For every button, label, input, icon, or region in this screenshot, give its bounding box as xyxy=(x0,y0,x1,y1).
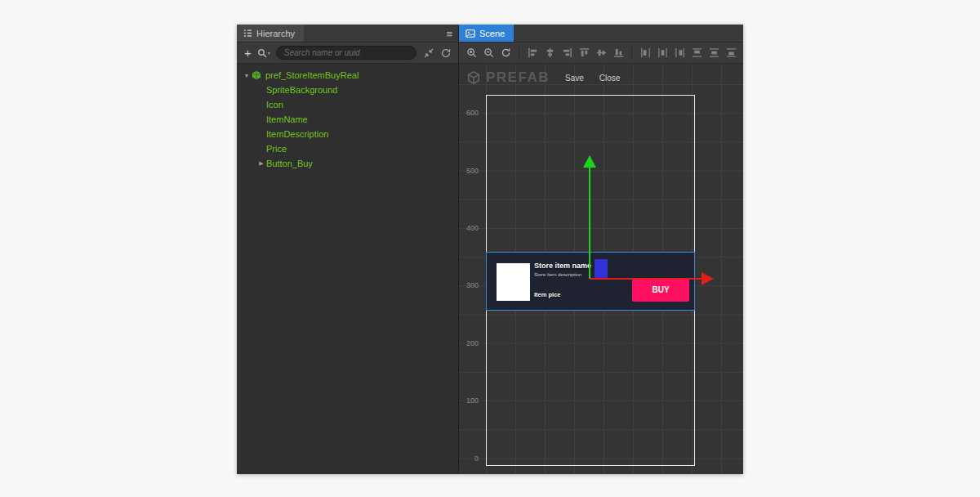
ruler-label: 400 xyxy=(461,224,479,232)
hierarchy-icon xyxy=(243,29,252,38)
scene-panel: Scene xyxy=(459,25,743,474)
hierarchy-header: Hierarchy ≡ xyxy=(237,25,458,43)
zoom-reset-icon[interactable] xyxy=(499,47,512,60)
expand-arrow-icon[interactable]: ▼ xyxy=(242,73,252,78)
toolbar-divider xyxy=(519,47,519,59)
tree-node-label: Button_Buy xyxy=(266,159,313,168)
image-icon xyxy=(466,29,475,38)
collapse-arrow-icon[interactable]: ▶ xyxy=(256,160,266,167)
hierarchy-toolbar: + ▾ xyxy=(237,43,458,64)
prefab-close-button[interactable]: Close xyxy=(599,74,621,83)
distribute-bottom-icon[interactable] xyxy=(724,47,737,60)
panel-menu-icon[interactable]: ≡ xyxy=(446,25,452,43)
create-node-button[interactable]: + xyxy=(243,47,253,59)
toolbar-divider xyxy=(631,47,632,59)
align-bottom-icon[interactable] xyxy=(612,47,625,60)
tab-scene[interactable]: Scene xyxy=(459,25,514,42)
tree-node-item-name[interactable]: ItemName xyxy=(237,112,458,127)
zoom-in-icon[interactable] xyxy=(465,47,478,60)
refresh-icon[interactable] xyxy=(439,47,452,60)
tree-node-button-buy[interactable]: ▶ Button_Buy xyxy=(237,156,458,171)
search-icon xyxy=(257,48,267,58)
scene-canvas[interactable]: 600 500 400 300 200 100 0 PREFAB Save Cl… xyxy=(459,64,743,474)
scene-tab-label: Scene xyxy=(479,29,505,38)
ruler-label: 0 xyxy=(461,454,479,463)
tree-node-label: pref_StoreItemBuyReal xyxy=(265,70,359,80)
ruler-label: 200 xyxy=(461,339,479,347)
tree-node-label: Price xyxy=(266,144,287,154)
ruler-label: 300 xyxy=(461,281,479,289)
search-filter-button[interactable]: ▾ xyxy=(257,48,270,58)
scene-header: Scene xyxy=(459,25,743,43)
prefab-save-button[interactable]: Save xyxy=(565,74,584,83)
hierarchy-tab-label: Hierarchy xyxy=(256,29,295,38)
editor-window: Hierarchy ≡ + ▾ ▼ xyxy=(237,25,743,474)
prefab-icon xyxy=(252,70,261,80)
tree-node-sprite-background[interactable]: SpriteBackground xyxy=(237,83,458,97)
tab-hierarchy[interactable]: Hierarchy xyxy=(237,25,304,42)
hierarchy-tree: ▼ pref_StoreItemBuyReal SpriteBackground… xyxy=(237,64,458,474)
item-description-label[interactable]: Store item description xyxy=(534,272,581,277)
tree-node-label: ItemDescription xyxy=(266,129,328,139)
search-input[interactable] xyxy=(284,48,408,57)
tree-node-price[interactable]: Price xyxy=(237,141,458,156)
gizmo-x-axis-arrowhead-icon[interactable] xyxy=(702,272,714,285)
align-middle-icon[interactable] xyxy=(595,47,608,60)
distribute-center-horizontal-icon[interactable] xyxy=(656,47,669,60)
ruler-label: 500 xyxy=(461,167,479,175)
prefab-mode-bar: PREFAB Save Close xyxy=(466,69,620,86)
tree-node-item-description[interactable]: ItemDescription xyxy=(237,127,458,141)
prefab-cube-icon xyxy=(466,70,481,85)
store-item-node[interactable]: Store item name Store item description I… xyxy=(486,252,695,311)
align-left-icon[interactable] xyxy=(526,47,539,60)
ruler-label: 600 xyxy=(461,109,479,117)
gizmo-x-axis-arrow[interactable] xyxy=(590,278,703,280)
gizmo-xy-plane-handle[interactable] xyxy=(595,259,608,278)
tree-node-icon[interactable]: Icon xyxy=(237,97,458,112)
align-center-horizontal-icon[interactable] xyxy=(543,47,556,60)
tree-node-label: ItemName xyxy=(266,114,308,124)
hierarchy-panel: Hierarchy ≡ + ▾ ▼ xyxy=(237,25,459,474)
collapse-all-icon[interactable] xyxy=(422,47,435,60)
scene-toolbar xyxy=(459,43,743,64)
tree-node-root[interactable]: ▼ pref_StoreItemBuyReal xyxy=(237,68,458,83)
item-icon-placeholder[interactable] xyxy=(497,263,530,301)
align-right-icon[interactable] xyxy=(560,47,573,60)
item-price-label[interactable]: Item pice xyxy=(534,291,561,298)
chevron-down-icon: ▾ xyxy=(268,50,270,56)
search-box xyxy=(276,46,416,60)
zoom-out-icon[interactable] xyxy=(482,47,495,60)
gizmo-y-axis-arrowhead-icon[interactable] xyxy=(583,155,596,168)
align-top-icon[interactable] xyxy=(577,47,590,60)
distribute-middle-icon[interactable] xyxy=(707,47,720,60)
distribute-top-icon[interactable] xyxy=(690,47,703,60)
gizmo-y-axis-arrow[interactable] xyxy=(589,167,590,279)
tree-node-label: SpriteBackground xyxy=(266,85,337,95)
distribute-right-icon[interactable] xyxy=(673,47,686,60)
prefab-mode-title: PREFAB xyxy=(486,69,550,86)
buy-button[interactable]: BUY xyxy=(632,278,689,302)
distribute-left-icon[interactable] xyxy=(639,47,652,60)
ruler-label: 100 xyxy=(461,396,479,405)
item-name-label[interactable]: Store item name xyxy=(534,262,591,270)
tree-node-label: Icon xyxy=(266,100,283,110)
